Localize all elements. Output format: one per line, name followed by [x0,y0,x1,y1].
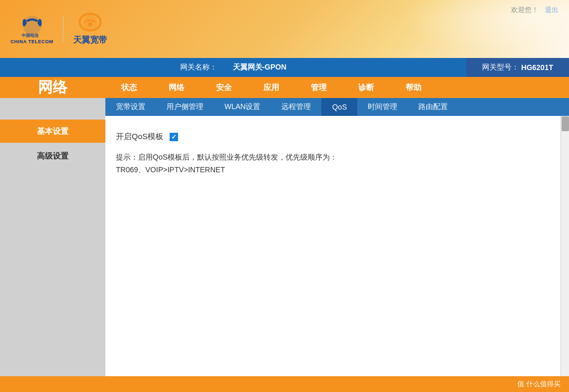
sidebar-item-advanced[interactable]: 高级设置 [0,144,105,168]
svg-text:中国电信: 中国电信 [22,33,39,38]
sub-nav-wlan[interactable]: WLAN设置 [214,98,271,116]
logo-divider [63,16,64,42]
sub-nav-remote[interactable]: 远程管理 [271,98,321,116]
sub-nav-time[interactable]: 时间管理 [357,98,408,116]
sub-nav-user[interactable]: 用户侧管理 [156,98,214,116]
scrollbar-track[interactable] [561,116,569,376]
gateway-type-label: 网关型号： [482,63,519,72]
main-nav-items: 状态 网络 安全 应用 管理 诊断 帮助 [105,77,569,98]
main-nav-combined: 网络 状态 网络 安全 应用 管理 诊断 帮助 [0,77,569,98]
header-user-area: 欢迎您！ 退出 [511,5,558,15]
qos-label: 开启QoS模板 [116,132,163,142]
sidebar-item-basic[interactable]: 基本设置 [0,120,105,143]
sub-nav-spacer [0,98,105,116]
hint-line2: TR069、VOIP>IPTV>INTERNET [116,164,558,177]
header: 中国电信 CHINA TELECOM 天翼宽带 欢迎您！ 退出 [0,0,569,58]
page-title: 网络 [38,77,67,97]
tianyi-icon [76,13,104,35]
gateway-info: 网关名称： 天翼网关-GPON [0,63,466,72]
nav-item-apps[interactable]: 应用 [248,77,295,98]
body-area: 基本设置 高级设置 开启QoS模板 提示：启用QoS模板后，默认按照业务优先级转… [0,116,569,376]
sidebar: 基本设置 高级设置 [0,116,105,376]
hint-line1: 提示：启用QoS模板后，默认按照业务优先级转发，优先级顺序为： [116,151,558,164]
footer-text: 值 什么值得买 [517,379,561,389]
sub-nav-broadband[interactable]: 宽带设置 [105,98,156,116]
china-telecom-text: CHINA TELECOM [11,39,53,44]
main-content: 开启QoS模板 提示：启用QoS模板后，默认按照业务优先级转发，优先级顺序为： … [105,116,569,376]
gateway-name-label: 网关名称： [180,63,217,72]
china-telecom-logo: 中国电信 CHINA TELECOM [11,14,53,44]
qos-checkbox[interactable] [170,133,178,141]
nav-item-manage[interactable]: 管理 [295,77,342,98]
sub-nav-route[interactable]: 路由配置 [408,98,458,116]
logout-link[interactable]: 退出 [545,6,558,14]
tianyi-logo: 天翼宽带 [73,13,107,46]
scrollbar-thumb[interactable] [562,116,569,131]
nav-item-status[interactable]: 状态 [105,77,153,98]
tianyi-text: 天翼宽带 [73,35,107,46]
telecom-icon: 中国电信 [17,14,47,39]
footer: 值 什么值得买 [0,376,569,392]
gateway-type-area: 网关型号： HG6201T [466,58,569,77]
gateway-name-value: 天翼网关-GPON [233,63,287,72]
svg-point-3 [88,22,92,26]
nav-item-help[interactable]: 帮助 [390,77,437,98]
qos-enable-row: 开启QoS模板 [116,132,558,142]
logo-area: 中国电信 CHINA TELECOM 天翼宽带 [0,13,107,46]
sub-nav-qos[interactable]: QoS [321,98,357,116]
welcome-text: 欢迎您！ [511,6,538,14]
nav-item-network[interactable]: 网络 [153,77,200,98]
gateway-type-value: HG6201T [521,63,553,72]
nav-item-security[interactable]: 安全 [200,77,248,98]
sub-nav-combined: 宽带设置 用户侧管理 WLAN设置 远程管理 QoS 时间管理 路由配置 [0,98,569,116]
hint-area: 提示：启用QoS模板后，默认按照业务优先级转发，优先级顺序为： TR069、VO… [116,151,558,177]
nav-item-diagnose[interactable]: 诊断 [342,77,390,98]
top-nav-bar: 网关名称： 天翼网关-GPON 网关型号： HG6201T [0,58,569,77]
page-title-box: 网络 [0,77,105,98]
sub-nav-items: 宽带设置 用户侧管理 WLAN设置 远程管理 QoS 时间管理 路由配置 [105,98,569,116]
